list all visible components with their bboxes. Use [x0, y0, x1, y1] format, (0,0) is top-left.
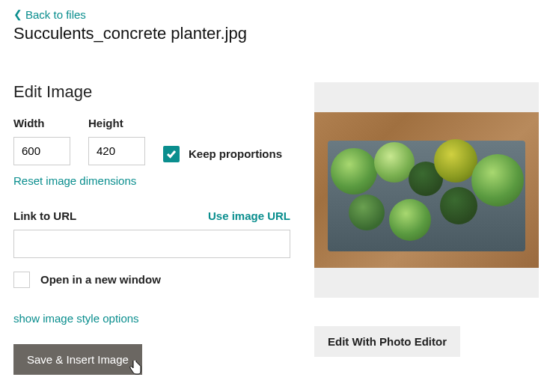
open-new-window-label: Open in a new window: [40, 273, 161, 286]
link-url-label: Link to URL: [13, 209, 76, 222]
width-label: Width: [13, 117, 70, 129]
image-preview: [314, 82, 539, 298]
height-label: Height: [88, 117, 145, 129]
show-style-options-link[interactable]: show image style options: [13, 312, 139, 325]
edit-with-photo-editor-button[interactable]: Edit With Photo Editor: [314, 326, 460, 357]
keep-proportions-label: Keep proportions: [189, 147, 282, 160]
back-link-text: Back to files: [25, 8, 86, 21]
save-insert-button[interactable]: Save & Insert Image: [13, 344, 142, 375]
filename-title: Succulents_concrete planter.jpg: [13, 24, 531, 43]
height-input[interactable]: [88, 137, 145, 165]
chevron-left-icon: ❮: [13, 8, 22, 20]
width-input[interactable]: [13, 137, 70, 165]
back-to-files-link[interactable]: ❮ Back to files: [13, 8, 86, 21]
edit-image-heading: Edit Image: [13, 82, 290, 102]
preview-image-content: [314, 112, 539, 268]
open-new-window-checkbox[interactable]: [13, 272, 30, 288]
reset-dimensions-link[interactable]: Reset image dimensions: [13, 174, 136, 187]
keep-proportions-checkbox[interactable]: [163, 146, 180, 162]
check-icon: [166, 150, 177, 159]
link-url-input[interactable]: [13, 230, 290, 258]
use-image-url-link[interactable]: Use image URL: [208, 209, 290, 222]
